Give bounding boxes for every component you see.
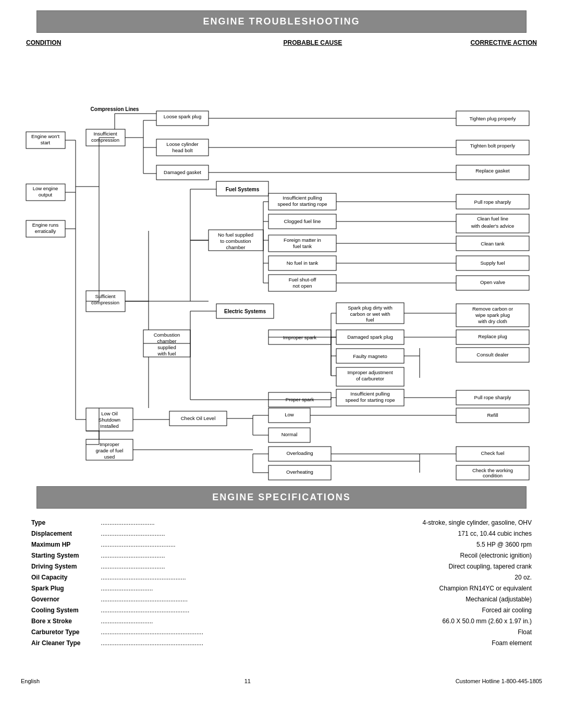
spec-dots-oil: ........................................…	[99, 573, 515, 582]
svg-text:Supply fuel: Supply fuel	[480, 260, 505, 266]
spec-row-type: Type ............................... 4-s…	[31, 518, 532, 527]
spec-dots-type: ...............................	[99, 518, 423, 527]
svg-text:output: output	[39, 192, 53, 198]
troubleshooting-diagram: .box { fill: white; stroke: black; strok…	[21, 48, 542, 476]
svg-text:Engine runs: Engine runs	[32, 222, 59, 228]
svg-text:Fuel Systems: Fuel Systems	[226, 187, 260, 192]
svg-text:Spark plug dirty with: Spark plug dirty with	[348, 305, 393, 311]
spec-row-starting: Starting System ........................…	[31, 551, 532, 560]
spec-dots-maxhp: ........................................…	[99, 540, 476, 549]
spec-row-maxhp: Maximum HP .............................…	[31, 540, 532, 549]
spec-row-carburetor: Carburetor Type ........................…	[31, 627, 532, 637]
spec-label-displacement: Displacement	[31, 529, 99, 538]
spec-label-type: Type	[31, 518, 99, 527]
spec-row-oil: Oil Capacity ...........................…	[31, 573, 532, 582]
svg-text:Consult dealer: Consult dealer	[476, 352, 508, 357]
spec-value-maxhp: 5.5 HP @ 3600 rpm	[476, 540, 532, 549]
spec-value-driving: Direct coupling, tapered crank	[449, 562, 532, 571]
svg-text:Shutdown: Shutdown	[99, 417, 120, 423]
svg-text:speed for starting rope: speed for starting rope	[345, 397, 395, 403]
svg-text:not open: not open	[293, 283, 312, 289]
svg-text:of carburetor: of carburetor	[356, 376, 384, 381]
svg-text:with dry cloth: with dry cloth	[478, 318, 507, 324]
svg-text:Compression Lines: Compression Lines	[91, 106, 139, 112]
svg-text:Pull rope sharply: Pull rope sharply	[474, 394, 511, 400]
svg-text:Tighten bolt properly: Tighten bolt properly	[470, 143, 516, 149]
spec-dots-cooling: ........................................…	[99, 606, 482, 615]
svg-text:Overheating: Overheating	[286, 469, 313, 475]
svg-text:Engine won't: Engine won't	[31, 133, 59, 139]
svg-text:Loose spark plug: Loose spark plug	[164, 114, 201, 119]
svg-text:Low engine: Low engine	[33, 186, 58, 191]
svg-text:with dealer's advice: with dealer's advice	[471, 223, 515, 229]
svg-text:Insufficient: Insufficient	[93, 131, 117, 137]
spec-value-displacement: 171 cc, 10.44 cubic inches	[458, 529, 532, 538]
svg-text:fuel tank: fuel tank	[293, 243, 312, 249]
svg-text:speed for starting rope: speed for starting rope	[277, 201, 327, 207]
spec-value-type: 4-stroke, single cylinder, gasoline, OHV	[423, 518, 532, 527]
spec-row-cooling: Cooling System .........................…	[31, 606, 532, 615]
spec-dots-bore: ..............................	[99, 616, 443, 626]
page-container: ENGINE TROUBLESHOOTING CONDITION PROBABL…	[0, 0, 563, 668]
svg-text:grade of fuel: grade of fuel	[96, 448, 124, 453]
svg-text:Normal: Normal	[282, 431, 298, 437]
spec-label-carburetor: Carburetor Type	[31, 627, 99, 637]
svg-text:Electric Systems: Electric Systems	[224, 309, 266, 314]
spec-label-maxhp: Maximum HP	[31, 540, 99, 549]
spec-dots-carburetor: ........................................…	[99, 627, 518, 637]
svg-text:Pull rope sharply: Pull rope sharply	[474, 199, 511, 205]
svg-text:Open valve: Open valve	[480, 279, 505, 285]
svg-text:Tighten plug properly: Tighten plug properly	[470, 116, 516, 121]
spec-value-bore: 66.0 X 50.0 mm (2.60 x 1.97 in.)	[443, 616, 532, 626]
svg-text:Loose cylinder: Loose cylinder	[166, 141, 198, 147]
svg-text:Replace plug: Replace plug	[478, 334, 507, 339]
spec-label-oil: Oil Capacity	[31, 573, 99, 582]
spec-label-driving: Driving System	[31, 562, 99, 571]
spec-row-governor: Governor ...............................…	[31, 595, 532, 604]
spec-dots-driving: .....................................	[99, 562, 449, 571]
spec-value-aircleaner: Foam element	[492, 638, 532, 648]
spec-value-governor: Mechanical (adjustable)	[466, 595, 532, 604]
spec-row-displacement: Displacement ...........................…	[31, 529, 532, 538]
svg-text:head bolt: head bolt	[172, 147, 192, 153]
svg-text:Improper adjustment: Improper adjustment	[347, 369, 393, 375]
specs-table: Type ............................... 4-s…	[21, 514, 542, 657]
svg-text:Overloading: Overloading	[286, 450, 313, 456]
svg-text:No fuel supplied: No fuel supplied	[218, 232, 253, 238]
svg-text:Check fuel: Check fuel	[481, 450, 505, 456]
footer-hotline: Customer Hotline 1-800-445-1805	[456, 678, 542, 684]
spec-row-driving: Driving System .........................…	[31, 562, 532, 571]
svg-text:chamber: chamber	[226, 244, 246, 250]
svg-text:wipe spark plug: wipe spark plug	[475, 312, 510, 318]
spec-row-bore: Bore x Stroke ..........................…	[31, 616, 532, 626]
spec-dots-governor: ........................................…	[99, 595, 466, 604]
svg-text:fuel: fuel	[366, 317, 374, 323]
svg-text:Installed: Installed	[100, 423, 118, 429]
svg-text:condition: condition	[483, 473, 503, 478]
svg-text:No fuel in tank: No fuel in tank	[287, 260, 319, 266]
svg-text:erratically: erratically	[35, 228, 56, 234]
svg-text:Check Oil Level: Check Oil Level	[181, 415, 216, 421]
svg-text:with fuel: with fuel	[157, 351, 176, 356]
spec-label-cooling: Cooling System	[31, 606, 99, 615]
specifications-header: ENGINE SPECIFICATIONS	[36, 486, 527, 509]
svg-text:Replace gasket: Replace gasket	[475, 168, 510, 174]
spec-dots-aircleaner: ........................................…	[99, 638, 492, 648]
svg-text:compression: compression	[91, 300, 119, 305]
svg-text:Refill: Refill	[487, 412, 498, 418]
svg-text:Damaged spark plug: Damaged spark plug	[347, 334, 393, 340]
condition-header: CONDITION	[26, 39, 61, 46]
svg-text:compression: compression	[91, 137, 119, 143]
svg-text:supplied: supplied	[157, 344, 176, 350]
spec-value-oil: 20 oz.	[515, 573, 532, 582]
svg-text:used: used	[104, 454, 115, 460]
svg-text:Combustion: Combustion	[154, 332, 180, 338]
svg-text:Insufficient pulling: Insufficient pulling	[350, 391, 389, 397]
spec-value-carburetor: Float	[518, 627, 532, 637]
spec-dots-spark: ..............................	[99, 584, 439, 593]
footer-page-number: 11	[244, 678, 251, 684]
svg-text:Damaged gasket: Damaged gasket	[164, 169, 201, 175]
troubleshooting-header: ENGINE TROUBLESHOOTING	[36, 10, 527, 33]
svg-text:Fuel shut-off: Fuel shut-off	[289, 277, 316, 282]
svg-text:Faulty magneto: Faulty magneto	[353, 353, 387, 359]
